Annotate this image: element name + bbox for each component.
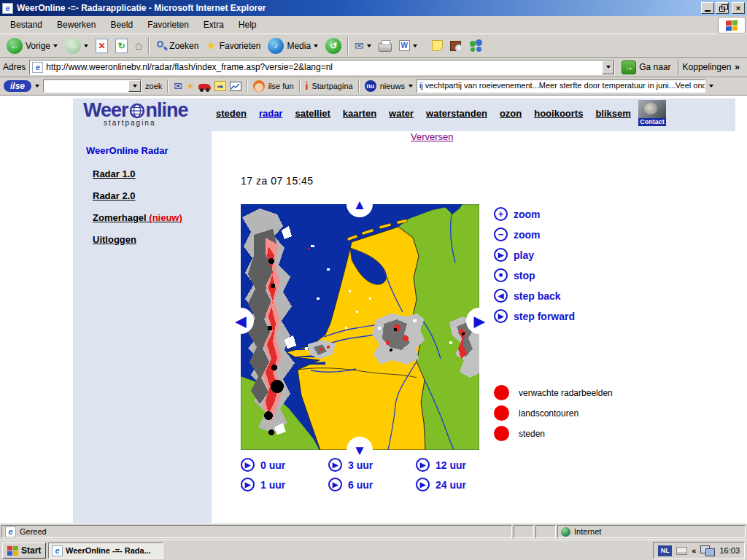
sidebar-item-uitloggen[interactable]: Uitloggen — [93, 234, 136, 245]
time-button-24uur[interactable]: ▶ 24 uur — [416, 478, 466, 491]
edit-dropdown-icon[interactable] — [413, 44, 417, 47]
refresh-button[interactable]: ↻ — [112, 35, 131, 57]
nav-waterstanden[interactable]: waterstanden — [426, 108, 487, 119]
minimize-button[interactable] — [701, 2, 714, 14]
time-button-0uur[interactable]: ▶ 0 uur — [241, 458, 285, 472]
research-button[interactable] — [446, 35, 465, 57]
nieuws-dropdown-icon[interactable] — [409, 85, 413, 88]
nav-satelliet[interactable]: satelliet — [295, 108, 330, 119]
ilse-logo[interactable]: ilse — [4, 80, 31, 92]
stop-button[interactable]: ✕ — [92, 35, 112, 57]
menu-bar: Bestand Bewerken Beeld Favorieten Extra … — [0, 16, 747, 34]
ilse-fun-icon[interactable] — [253, 80, 265, 92]
legend-dot-icon[interactable] — [494, 405, 509, 421]
nav-bliksem[interactable]: bliksem — [595, 108, 630, 119]
nav-hooikoorts[interactable]: hooikoorts — [534, 108, 583, 119]
menu-beeld[interactable]: Beeld — [106, 18, 137, 31]
keyboard-icon[interactable] — [676, 547, 687, 555]
edit-word-button[interactable]: W — [395, 35, 421, 57]
toolbar-separator — [148, 37, 150, 55]
ilse-mail-icon[interactable]: ✉ — [174, 81, 182, 91]
traffic-icon[interactable] — [198, 84, 211, 90]
mail-dropdown-icon[interactable] — [367, 44, 371, 47]
nav-water[interactable]: water — [389, 108, 414, 119]
media-button[interactable]: ♪ Media — [264, 35, 322, 57]
weeronline-logo[interactable]: Weer nline startpagina — [83, 101, 188, 127]
go-button[interactable]: → Ga naar — [619, 61, 673, 74]
startpagina-icon: i — [306, 81, 309, 91]
menu-bestand[interactable]: Bestand — [6, 18, 47, 31]
back-button[interactable]: ← Vorige — [3, 35, 61, 57]
network-icon[interactable] — [700, 545, 715, 556]
time-button-6uur[interactable]: ▶ 6 uur — [328, 478, 373, 491]
nav-ozon[interactable]: ozon — [500, 108, 522, 119]
control-step-forward[interactable]: ▶ step forward — [494, 309, 575, 323]
search-button[interactable]: Zoeken — [152, 35, 202, 57]
favorites-button[interactable]: ★ Favorieten — [202, 35, 264, 57]
nav-radar[interactable]: radar — [259, 108, 283, 119]
menu-bewerken[interactable]: Bewerken — [53, 18, 100, 31]
media-dropdown-icon[interactable] — [314, 44, 318, 47]
sidebar-item-radar-20[interactable]: Radar 2.0 — [93, 190, 136, 201]
legend-dot-icon[interactable] — [494, 426, 509, 441]
note-button[interactable] — [428, 35, 446, 57]
menu-help[interactable]: Help — [234, 18, 261, 31]
refresh-link[interactable]: Verversen — [411, 131, 454, 142]
ilse-search-dropdown[interactable] — [128, 80, 141, 92]
address-dropdown-button[interactable] — [602, 61, 614, 74]
sidebar-item-zomerhagel[interactable]: Zomerhagel (nieuw) — [93, 212, 182, 223]
messenger-button[interactable] — [465, 35, 488, 57]
control-step-back[interactable]: ◀ step back — [494, 289, 561, 303]
nieuws-button[interactable]: nieuws — [380, 82, 405, 90]
arrow-box-icon[interactable]: ⇒ — [214, 81, 226, 91]
contact-image[interactable]: Contact — [638, 100, 666, 126]
forward-button[interactable]: → — [61, 35, 92, 57]
language-indicator[interactable]: NL — [658, 545, 672, 556]
toolbar-separator — [347, 37, 349, 55]
home-button[interactable]: ⌂ — [131, 35, 146, 57]
menu-extra[interactable]: Extra — [199, 18, 228, 31]
links-button[interactable]: Koppelingen » — [678, 59, 744, 75]
control-zoom-out[interactable]: − zoom — [494, 228, 541, 241]
menu-favorieten[interactable]: Favorieten — [143, 18, 193, 31]
radar-map: ▲ ▼ ◀ ▶ — [241, 204, 479, 450]
map-arrow-up[interactable]: ▲ — [347, 191, 373, 217]
forward-dropdown-icon[interactable] — [84, 44, 88, 47]
weather-icon[interactable]: ☀ — [186, 82, 195, 91]
ilse-search-input[interactable] — [43, 79, 142, 93]
internet-zone-icon — [561, 527, 570, 537]
sidebar-item-radar-10[interactable]: Radar 1.0 — [93, 168, 136, 179]
control-stop[interactable]: ■ stop — [494, 268, 535, 282]
taskbar-task-weeronline[interactable]: e WeerOnline -=- Rada... — [48, 542, 163, 559]
start-button[interactable]: Start — [2, 542, 46, 559]
close-button[interactable]: × — [732, 2, 745, 14]
time-button-1uur[interactable]: ▶ 1 uur — [241, 478, 285, 491]
back-dropdown-icon[interactable] — [53, 44, 58, 47]
startpagina-button[interactable]: Startpagina — [311, 82, 352, 90]
radar-timestamp: 17 za 07 15:45 — [241, 175, 314, 187]
print-button[interactable] — [375, 35, 395, 57]
control-zoom-in[interactable]: + zoom — [494, 207, 541, 221]
ilse-fun-button[interactable]: ilse fun — [268, 82, 294, 90]
globe-icon — [129, 103, 145, 119]
address-input[interactable]: e http://www.weeronlinebv.nl/radar/flash… — [29, 60, 615, 75]
time-button-12uur[interactable]: ▶ 12 uur — [416, 458, 466, 472]
nav-kaarten[interactable]: kaarten — [343, 108, 376, 119]
restore-button[interactable] — [716, 2, 729, 14]
zoek-button[interactable]: zoek — [145, 82, 162, 90]
ticker-dropdown-icon[interactable] — [709, 85, 713, 88]
clock[interactable]: 16:03 — [719, 546, 740, 555]
map-arrow-right[interactable]: ▶ — [466, 308, 492, 334]
control-play[interactable]: ▶ play — [494, 248, 534, 262]
news-ticker[interactable]: ij vechtpartij van roeievenement...Meer … — [417, 79, 705, 93]
nav-steden[interactable]: steden — [216, 108, 247, 119]
mail-button[interactable]: ✉ — [351, 35, 375, 57]
history-button[interactable]: ↺ — [322, 35, 345, 57]
map-arrow-left[interactable]: ◀ — [228, 308, 254, 334]
chart-icon[interactable] — [230, 82, 241, 91]
ilse-dropdown-icon[interactable] — [35, 85, 39, 88]
tray-chevron-icon[interactable]: « — [692, 546, 696, 555]
time-button-3uur[interactable]: ▶ 3 uur — [328, 458, 373, 472]
star-icon: ★ — [206, 40, 216, 52]
legend-dot-icon[interactable] — [494, 385, 509, 400]
